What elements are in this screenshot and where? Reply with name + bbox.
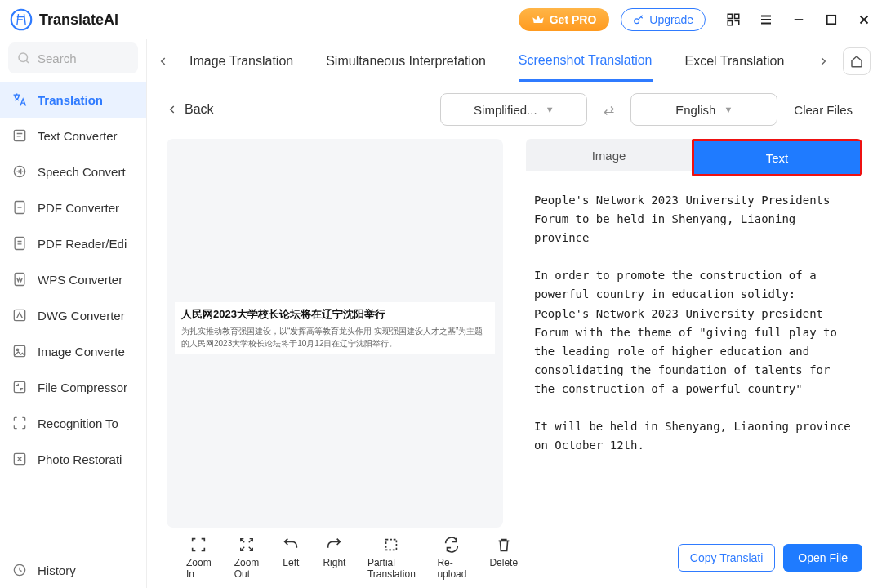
result-tab-text[interactable]: Text — [694, 141, 860, 174]
app-name: TranslateAI — [39, 11, 118, 29]
zoom-out-button[interactable]: Zoom Out — [234, 536, 260, 580]
sidebar-item-pdf-converter[interactable]: PDF Converter — [0, 189, 146, 225]
svg-point-14 — [16, 349, 19, 351]
source-lang-label: Simplified... — [474, 103, 537, 117]
rotate-left-button[interactable]: Left — [282, 536, 300, 580]
sidebar-item-wps-converter[interactable]: WPS Converter — [0, 261, 146, 297]
sidebar-item-label: Speech Convert — [38, 165, 126, 179]
svg-point-8 — [14, 166, 24, 176]
svg-rect-7 — [14, 130, 24, 140]
app-logo: TranslateAI — [10, 8, 118, 31]
image-icon — [11, 343, 28, 359]
search-icon — [16, 51, 31, 65]
copy-translation-button[interactable]: Copy Translati — [678, 544, 775, 572]
dwg-icon — [11, 307, 28, 323]
sidebar-item-label: Translation — [38, 93, 103, 107]
sidebar-item-label: Recognition To — [38, 416, 118, 430]
open-file-button[interactable]: Open File — [783, 544, 862, 572]
sidebar-item-photo-restore[interactable]: Photo Restorati — [0, 441, 146, 477]
source-body: 为扎实推动教育强国建设，以“发挥高等教育龙头作用 实现强国建设人才之基”为主题的… — [181, 325, 488, 350]
upgrade-button[interactable]: Upgrade — [621, 8, 706, 31]
svg-rect-4 — [728, 21, 732, 25]
sidebar-item-label: Photo Restorati — [38, 452, 122, 466]
caret-down-icon: ▼ — [546, 105, 555, 114]
tab-excel-translation[interactable]: Excel Translation — [685, 42, 785, 80]
history-icon — [11, 562, 28, 578]
caret-down-icon: ▼ — [724, 105, 733, 114]
zoom-in-button[interactable]: Zoom In — [186, 536, 212, 580]
minimize-button[interactable] — [791, 11, 807, 28]
sidebar-item-label: History — [38, 564, 76, 577]
tab-image-translation[interactable]: Image Translation — [189, 42, 293, 80]
source-title: 人民网2023大学校长论坛将在辽宁沈阳举行 — [181, 307, 488, 322]
sidebar-item-label: DWG Converter — [38, 309, 125, 323]
sidebar-item-label: WPS Converter — [38, 273, 122, 287]
sidebar-item-text-converter[interactable]: Text Converter — [0, 118, 146, 154]
sidebar-item-dwg-converter[interactable]: DWG Converter — [0, 297, 146, 333]
image-toolbar: Zoom In Zoom Out Left Right Partial Tran… — [167, 528, 503, 581]
sidebar-item-label: Text Converter — [38, 129, 118, 143]
sidebar: Search Translation Text Converter Speech… — [0, 39, 147, 588]
logo-icon — [10, 8, 33, 31]
sidebar-item-recognition[interactable]: Recognition To — [0, 405, 146, 441]
svg-point-1 — [635, 19, 639, 24]
translate-icon — [11, 91, 28, 108]
wps-icon — [11, 271, 28, 287]
recognition-icon — [11, 415, 28, 431]
back-button[interactable]: Back — [167, 102, 214, 117]
svg-rect-2 — [728, 14, 732, 18]
crown-icon — [532, 13, 545, 26]
photo-icon — [11, 451, 28, 467]
sidebar-item-label: PDF Converter — [38, 201, 119, 215]
search-placeholder: Search — [38, 51, 77, 65]
source-lang-select[interactable]: Simplified...▼ — [440, 93, 587, 126]
close-button[interactable] — [856, 11, 872, 28]
partial-translate-button[interactable]: Partial Translation — [368, 536, 414, 580]
speech-icon — [11, 163, 28, 180]
sidebar-item-label: PDF Reader/Edi — [38, 237, 127, 251]
back-label: Back — [185, 102, 214, 117]
get-pro-label: Get PRO — [550, 13, 597, 26]
image-preview: 人民网2023大学校长论坛将在辽宁沈阳举行 为扎实推动教育强国建设，以“发挥高等… — [167, 139, 503, 528]
svg-point-6 — [19, 53, 28, 62]
translation-result: People's Network 2023 University Preside… — [526, 176, 862, 539]
get-pro-button[interactable]: Get PRO — [519, 8, 610, 31]
result-tabs: Image Text — [526, 139, 862, 176]
search-input[interactable]: Search — [8, 42, 138, 74]
tab-screenshot-translation[interactable]: Screenshot Translation — [519, 42, 653, 82]
clear-files-button[interactable]: Clear Files — [794, 103, 853, 117]
source-text: 人民网2023大学校长论坛将在辽宁沈阳举行 为扎实推动教育强国建设，以“发挥高等… — [175, 302, 495, 354]
pdf-icon — [11, 199, 28, 216]
svg-rect-10 — [15, 238, 24, 250]
rotate-right-button[interactable]: Right — [323, 536, 345, 580]
sidebar-item-image-converter[interactable]: Image Converte — [0, 333, 146, 369]
tab-simultaneous-interpretation[interactable]: Simultaneous Interpretation — [326, 42, 486, 80]
target-lang-select[interactable]: English▼ — [630, 93, 777, 126]
text-icon — [11, 127, 28, 144]
sidebar-item-file-compressor[interactable]: File Compressor — [0, 369, 146, 405]
sidebar-item-pdf-reader[interactable]: PDF Reader/Edi — [0, 225, 146, 261]
delete-button[interactable]: Delete — [489, 536, 518, 580]
maximize-button[interactable] — [823, 11, 840, 28]
home-button[interactable] — [843, 47, 871, 75]
upgrade-label: Upgrade — [649, 13, 693, 26]
svg-rect-15 — [14, 381, 24, 392]
tabs-prev-button[interactable] — [152, 50, 175, 73]
menu-icon[interactable] — [758, 11, 774, 28]
sidebar-item-label: File Compressor — [38, 381, 127, 394]
sidebar-item-translation[interactable]: Translation — [0, 82, 146, 118]
svg-rect-5 — [827, 16, 836, 24]
reupload-button[interactable]: Re-upload — [437, 536, 466, 580]
target-lang-label: English — [675, 103, 715, 117]
qr-icon[interactable] — [725, 11, 742, 28]
sidebar-item-history[interactable]: History — [0, 552, 146, 588]
chevron-left-icon — [167, 104, 178, 115]
sidebar-item-label: Image Converte — [38, 345, 125, 359]
svg-rect-18 — [386, 540, 397, 550]
tabs-row: Image Translation Simultaneous Interpret… — [147, 39, 882, 83]
result-tab-image[interactable]: Image — [526, 139, 692, 172]
tabs-next-button[interactable] — [812, 50, 835, 73]
swap-languages-button[interactable]: ⇄ — [604, 102, 614, 118]
sidebar-item-speech-convert[interactable]: Speech Convert — [0, 154, 146, 189]
compress-icon — [11, 379, 28, 395]
